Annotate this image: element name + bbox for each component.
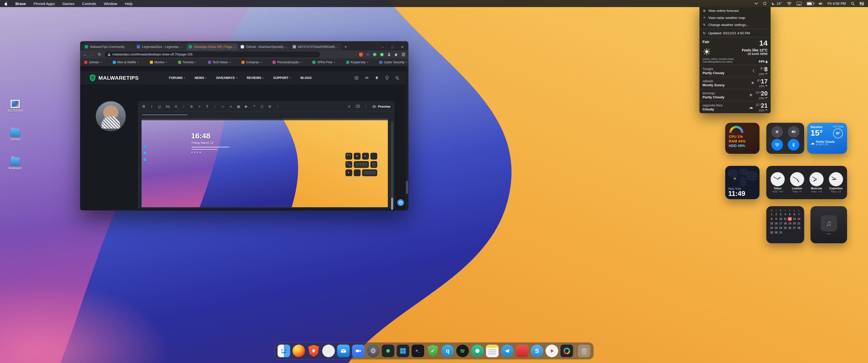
calendar-day[interactable]: 12: [788, 217, 792, 221]
search-icon[interactable]: [395, 76, 399, 80]
bookmark-item[interactable]: Compras ▾: [242, 61, 261, 64]
menu-item[interactable]: Pinned Apps: [34, 1, 55, 6]
editor-toolbar-button[interactable]: ❝: [252, 104, 256, 108]
user-avatar[interactable]: [96, 101, 126, 131]
floating-action-badge[interactable]: [397, 199, 404, 206]
calendar-day[interactable]: 20: [792, 222, 796, 225]
dock-icon-app-dark[interactable]: [382, 344, 394, 357]
editor-toolbar-button[interactable]: ⟨⟩: [260, 104, 264, 108]
nav-item[interactable]: FORUMS▾: [169, 76, 185, 80]
calendar-day[interactable]: 31: [779, 231, 783, 234]
calendar-day[interactable]: 24: [779, 226, 783, 230]
calendar-day[interactable]: 16: [774, 222, 778, 225]
bookmark-item[interactable]: Kaspersky ▾: [346, 61, 368, 64]
menu-item[interactable]: Controls: [82, 1, 96, 6]
minimize-button[interactable]: –: [382, 45, 384, 49]
editor-toolbar-button[interactable]: I: [150, 104, 153, 108]
new-tab-button[interactable]: +: [342, 43, 349, 51]
calendar-day[interactable]: 7: [797, 212, 801, 216]
refresh-status-icon[interactable]: [763, 2, 767, 5]
music-widget[interactable]: ♫: [810, 206, 847, 243]
volume-icon[interactable]: [818, 2, 823, 5]
editor-toolbar-button[interactable]: ▣: [237, 104, 240, 108]
extension-check-icon[interactable]: [373, 53, 377, 57]
editor-toolbar-button[interactable]: ⋮: [213, 104, 217, 108]
calendar-day[interactable]: 8: [770, 217, 774, 221]
dock-icon-spotify[interactable]: [456, 344, 469, 357]
site-logo[interactable]: MALWARETIPS: [89, 74, 139, 82]
bookmark-item[interactable]: Jornais ▾: [84, 61, 102, 64]
nav-item[interactable]: NEWS▾: [194, 76, 207, 80]
bookmark-item[interactable]: Cyber Security ▾: [379, 61, 407, 64]
calendar-day[interactable]: 25: [783, 226, 787, 230]
dock-icon-telegram[interactable]: [501, 344, 514, 357]
calendar-day[interactable]: 10: [779, 217, 783, 221]
browser-tab[interactable]: Desktops Show Off! | Page 15...: [186, 43, 238, 51]
forecast-row[interactable]: sábado Mostly Sunny ☀ 9°/17 10%☂: [700, 77, 771, 89]
forecast-row[interactable]: Tonight Partly Cloudy ☾ 8°/8 10%☂: [700, 65, 771, 77]
editor-toolbar-button[interactable]: ⊞: [268, 104, 272, 108]
dock-icon-trash[interactable]: [578, 344, 590, 357]
weather-updated-row[interactable]: ↻ Updated: 03/12/21 4:50 PM: [700, 30, 771, 37]
world-map-clock-widget[interactable]: New York 11:49: [725, 166, 760, 199]
editor-toolbar-button[interactable]: ▶: [245, 104, 248, 108]
editor-toolbar-button[interactable]: ☺: [221, 104, 224, 108]
editor-toolbar-button[interactable]: ≡: [197, 104, 201, 108]
volume-button[interactable]: [788, 126, 799, 138]
battery-icon[interactable]: [807, 2, 813, 5]
bookmark-item[interactable]: Tech News ▾: [208, 61, 230, 64]
calendar-widget[interactable]: MTWTFSS123456789101112131415161718192021…: [766, 206, 804, 243]
calendar-day[interactable]: 15: [770, 222, 774, 225]
editor-toolbar-button[interactable]: ¶: [206, 104, 209, 108]
nav-item[interactable]: GIVEAWAYS▾: [216, 76, 237, 80]
browser-tab[interactable]: 68747470733a2f2f692e696d6777...: [290, 43, 342, 51]
dock-icon-terminal[interactable]: >_: [411, 344, 424, 357]
input-source-icon[interactable]: [797, 2, 802, 5]
desktop-icon-themes[interactable]: Themes: [4, 129, 26, 141]
mail-icon[interactable]: ✉: [365, 76, 368, 80]
wifi-icon[interactable]: [787, 2, 792, 5]
weather-action-item[interactable]: ⌖ View radar weather map: [700, 14, 771, 21]
menu-bar-clock[interactable]: Fri 4:50 PM: [828, 1, 846, 5]
editor-toolbar-button[interactable]: ⋮: [364, 104, 368, 108]
weather-action-item[interactable]: ⊕ View online forecast: [700, 7, 771, 14]
calendar-day[interactable]: 6: [792, 212, 796, 216]
menu-item[interactable]: Brave: [16, 1, 26, 6]
calendar-day[interactable]: 21: [797, 222, 801, 225]
coins-icon[interactable]: [354, 76, 359, 80]
search-icon[interactable]: [851, 2, 855, 5]
forward-button[interactable]: →: [91, 53, 94, 57]
dock-icon-player[interactable]: [546, 344, 558, 357]
dock-icon-app-red[interactable]: [516, 344, 528, 357]
calendar-day[interactable]: 17: [779, 222, 783, 225]
bookmark-star-icon[interactable]: ☆: [366, 52, 369, 57]
dock-icon-system-preferences[interactable]: ⚙: [367, 344, 379, 357]
bookmark-item[interactable]: Meo & Netflix ▾: [113, 61, 139, 64]
dock-icon-adguard[interactable]: ✓: [427, 344, 439, 357]
desktop-icon-wallpaper[interactable]: Wallpaper: [4, 157, 26, 170]
editor-scrollbar[interactable]: [391, 122, 393, 207]
bookmark-item[interactable]: Torrents ▾: [178, 61, 197, 64]
profile-icon[interactable]: [387, 53, 391, 57]
calendar-day[interactable]: 2: [774, 212, 778, 216]
dock-icon-cleanmymac[interactable]: [560, 344, 573, 357]
bluetooth-button[interactable]: [788, 139, 799, 151]
system-monitor-widget[interactable]: CPU 1% RAM 44% HDD 49%: [725, 123, 760, 154]
calendar-day[interactable]: 26: [788, 226, 792, 230]
calendar-day[interactable]: 22: [770, 226, 774, 230]
calendar-day[interactable]: 14: [797, 217, 801, 221]
maximize-button[interactable]: □: [391, 45, 393, 49]
control-center-icon[interactable]: [860, 2, 864, 5]
calendar-day[interactable]: 23: [774, 226, 778, 230]
dock-icon-brave[interactable]: [307, 344, 320, 357]
weather-action-item[interactable]: ✎ Change weather settings...: [700, 21, 771, 28]
calendar-day[interactable]: 9: [774, 217, 778, 221]
brave-shield-icon[interactable]: [359, 53, 363, 57]
editor-body[interactable]: 16:48 Friday March 12: [138, 111, 394, 208]
editor-toolbar-button[interactable]: ⋮: [276, 104, 279, 108]
dock-icon-finder[interactable]: [278, 344, 290, 357]
menu-icon[interactable]: [402, 53, 405, 56]
nav-item[interactable]: BLOGS: [301, 76, 313, 80]
dock-icon-parallels[interactable]: [397, 344, 409, 357]
editor-toolbar-button[interactable]: U: [158, 104, 161, 108]
